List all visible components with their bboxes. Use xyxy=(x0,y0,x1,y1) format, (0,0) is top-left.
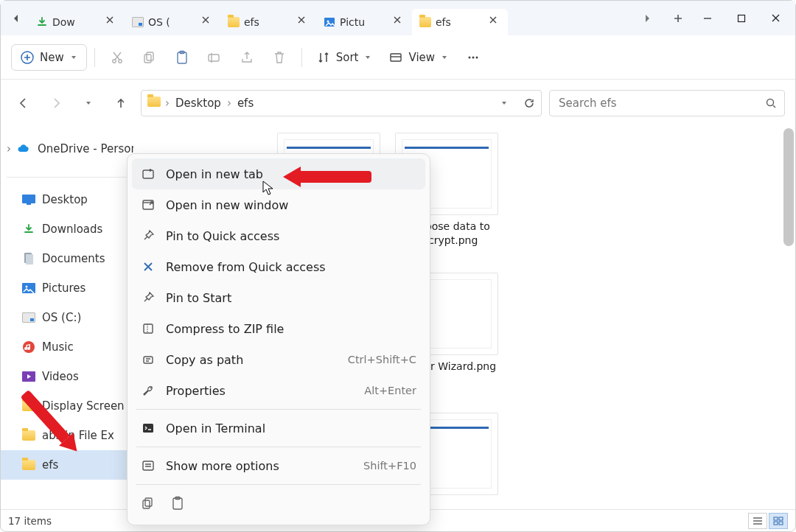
tree-onedrive[interactable]: › OneDrive - Personal xyxy=(1,134,133,164)
close-icon[interactable] xyxy=(201,15,214,29)
recent-dropdown[interactable] xyxy=(76,85,101,121)
svg-rect-32 xyxy=(143,424,153,433)
tab-nav-back[interactable] xyxy=(4,6,29,31)
chevron-right-icon: › xyxy=(165,97,170,110)
tree-pictures[interactable]: Pictures xyxy=(1,273,133,303)
breadcrumb-desktop[interactable]: Desktop xyxy=(174,97,223,110)
tab-label: Pictu xyxy=(340,16,388,28)
tree-documents[interactable]: Documents xyxy=(1,244,133,273)
close-window-button[interactable] xyxy=(758,5,792,32)
tree-music[interactable]: Music xyxy=(1,332,133,362)
tree-label: Display Screen xyxy=(42,399,125,413)
svg-rect-6 xyxy=(147,52,153,60)
tree-desktop[interactable]: Desktop xyxy=(1,185,133,214)
ctx-open-new-window[interactable]: Open in new window xyxy=(132,189,425,220)
close-icon[interactable] xyxy=(297,15,310,29)
download-icon xyxy=(36,16,48,28)
tree-label: Downloads xyxy=(42,223,102,236)
close-icon[interactable] xyxy=(105,15,119,29)
onedrive-icon xyxy=(17,141,32,156)
forward-button[interactable] xyxy=(43,85,69,121)
back-button[interactable] xyxy=(11,85,36,121)
ctx-open-new-tab[interactable]: Open in new tab xyxy=(132,158,425,189)
close-icon[interactable] xyxy=(393,15,406,29)
details-view-button[interactable] xyxy=(748,513,767,529)
close-icon[interactable] xyxy=(489,15,502,29)
tab-label: OS ( xyxy=(148,16,197,28)
download-icon xyxy=(21,222,36,237)
tree-label: OneDrive - Personal xyxy=(38,142,133,155)
address-dropdown[interactable] xyxy=(500,99,509,108)
new-button[interactable]: New xyxy=(11,44,87,71)
ctx-copy-path[interactable]: Copy as pathCtrl+Shift+C xyxy=(132,344,425,375)
share-button[interactable] xyxy=(232,43,262,72)
pictures-icon xyxy=(324,16,335,28)
tab-os-drive[interactable]: OS ( xyxy=(125,9,220,35)
svg-rect-30 xyxy=(144,324,153,333)
svg-point-5 xyxy=(119,59,122,62)
svg-rect-8 xyxy=(178,52,186,63)
search-input[interactable] xyxy=(557,96,759,111)
tab-downloads[interactable]: Dow xyxy=(29,9,125,35)
expand-icon[interactable]: › xyxy=(7,142,11,155)
tab-efs-active[interactable]: efs xyxy=(412,9,508,35)
vertical-scrollbar[interactable] xyxy=(783,128,794,246)
tree-os-c[interactable]: OS (C:) xyxy=(1,303,133,332)
tree-videos[interactable]: Videos xyxy=(1,362,133,391)
copy-icon[interactable] xyxy=(141,496,157,512)
search-box[interactable] xyxy=(549,90,785,116)
address-bar[interactable]: › Desktop › efs xyxy=(141,90,542,116)
sort-button[interactable]: Sort xyxy=(310,44,380,71)
ctx-hint: Alt+Enter xyxy=(364,385,416,396)
tab-pictures[interactable]: Pictu xyxy=(316,9,412,35)
ctx-pin-quick-access[interactable]: Pin to Quick access xyxy=(132,220,425,251)
tree-downloads[interactable]: Downloads xyxy=(1,214,133,244)
videos-icon xyxy=(21,369,36,384)
tree-label: Documents xyxy=(42,252,105,265)
svg-rect-25 xyxy=(779,517,783,520)
ctx-remove-quick-access[interactable]: Remove from Quick access xyxy=(132,251,425,282)
new-tab-button[interactable] xyxy=(666,6,691,31)
ctx-show-more[interactable]: Show more optionsShift+F10 xyxy=(132,450,425,481)
svg-rect-10 xyxy=(209,55,219,61)
more-button[interactable] xyxy=(458,43,488,72)
ctx-hint: Ctrl+Shift+C xyxy=(348,354,416,365)
navigation-bar: › Desktop › efs xyxy=(1,80,795,127)
ctx-open-terminal[interactable]: Open in Terminal xyxy=(132,413,425,444)
svg-rect-34 xyxy=(145,498,152,506)
delete-button[interactable] xyxy=(265,43,294,72)
drive-icon xyxy=(21,310,36,325)
cut-button[interactable] xyxy=(102,43,132,72)
ctx-properties[interactable]: PropertiesAlt+Enter xyxy=(132,375,425,406)
maximize-button[interactable] xyxy=(725,5,758,32)
rename-button[interactable] xyxy=(200,43,229,72)
thumbnails-view-button[interactable] xyxy=(769,513,788,529)
documents-icon xyxy=(21,251,36,266)
tree-label: Videos xyxy=(42,370,79,383)
svg-point-13 xyxy=(472,56,475,58)
view-button[interactable]: View xyxy=(382,44,455,71)
titlebar: Dow OS ( efs Pictu efs xyxy=(1,1,795,35)
up-button[interactable] xyxy=(108,85,133,121)
tab-efs-1[interactable]: efs xyxy=(220,9,316,35)
ctx-pin-start[interactable]: Pin to Start xyxy=(132,282,425,313)
desktop-icon xyxy=(21,192,36,207)
svg-rect-31 xyxy=(144,357,153,363)
remove-icon xyxy=(141,259,156,274)
folder-icon xyxy=(419,16,431,28)
copy-button[interactable] xyxy=(135,43,164,72)
breadcrumb-efs[interactable]: efs xyxy=(236,97,255,110)
paste-button[interactable] xyxy=(167,43,197,72)
new-tab-icon xyxy=(141,167,156,181)
paste-icon[interactable] xyxy=(170,496,186,512)
svg-point-12 xyxy=(469,56,471,58)
cursor-icon xyxy=(262,181,274,197)
window-controls xyxy=(691,5,792,32)
folder-icon xyxy=(21,428,36,443)
refresh-button[interactable] xyxy=(523,97,535,109)
ctx-compress-zip[interactable]: Compress to ZIP file xyxy=(132,313,425,344)
toolbar: New Sort View xyxy=(1,35,795,80)
minimize-button[interactable] xyxy=(691,5,725,32)
chevron-right-icon: › xyxy=(227,97,231,110)
tab-scroll-forward[interactable] xyxy=(635,6,660,31)
